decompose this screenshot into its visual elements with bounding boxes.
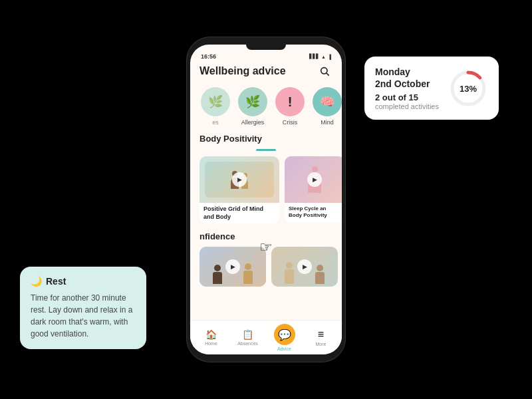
category-label-mind: Mind: [321, 119, 334, 126]
rest-body: Time for another 30 minute rest. Lay dow…: [31, 292, 136, 340]
card-thumb-sleep: ▶: [285, 156, 342, 203]
status-icons: ▋▋▋ ▲ ▐: [309, 54, 331, 59]
scroll-indicator: [256, 149, 276, 151]
nav-label-advice: Advice: [277, 346, 291, 351]
circle-progress: 13%: [448, 68, 488, 108]
card-info-meditation: Positive Grid of Mind and Body: [200, 203, 279, 223]
rest-title: Rest: [46, 276, 66, 287]
cards-row-1: ▶ Positive Grid of Mind and Body: [190, 154, 342, 226]
absences-icon: 📋: [242, 329, 253, 340]
category-label-allergies: Allergies: [241, 119, 265, 126]
scene: 16:56 ▋▋▋ ▲ ▐ Wellbeing advice: [0, 0, 532, 399]
progress-sub: completed activities: [375, 102, 439, 110]
rest-moon-icon: 🌙: [31, 276, 42, 287]
card-title-meditation: Positive Grid of Mind and Body: [203, 205, 275, 221]
category-label-es: es: [212, 119, 219, 126]
categories-row: 🌿 es 🌿 Allergies ! Crisis 🧠 Mind: [190, 84, 342, 131]
wifi-icon: ▲: [321, 55, 326, 59]
progress-date: 2nd October: [375, 78, 439, 90]
status-time: 16:56: [201, 53, 216, 60]
screen-content: 16:56 ▋▋▋ ▲ ▐ Wellbeing advice: [190, 45, 342, 354]
card-info-sleep: Sleep Cycle an Body Positivity: [285, 203, 342, 222]
advice-bubble-icon: 💬: [274, 324, 295, 345]
phone-screen: 16:56 ▋▋▋ ▲ ▐ Wellbeing advice: [190, 45, 342, 354]
rest-card-header: 🌙 Rest: [31, 276, 136, 287]
play-btn-meditation[interactable]: ▶: [232, 172, 247, 187]
bottom-nav: 🏠 Home 📋 Absences 💬 Advice ≡ More: [190, 320, 342, 354]
search-button[interactable]: [317, 63, 332, 79]
card-title-sleep: Sleep Cycle an Body Positivity: [289, 205, 340, 219]
category-item-es[interactable]: 🌿 es: [200, 87, 231, 126]
card-thumb-people: ▶: [200, 247, 266, 287]
nav-item-absences[interactable]: 📋 Absences: [229, 329, 266, 346]
video-card-sleep[interactable]: ▶ Sleep Cycle an Body Positivity: [285, 156, 342, 223]
svg-point-0: [321, 68, 327, 74]
home-icon: 🏠: [205, 329, 217, 340]
category-item-allergies[interactable]: 🌿 Allergies: [237, 87, 269, 126]
category-icon-crisis: !: [275, 87, 305, 116]
play-btn-sleep[interactable]: ▶: [307, 172, 322, 187]
battery-icon: ▐: [328, 55, 331, 59]
card-thumb-meditation: ▶: [200, 156, 279, 203]
category-icon-mind: 🧠: [313, 87, 342, 116]
circle-pct-label: 13%: [460, 83, 477, 93]
phone-frame: 16:56 ▋▋▋ ▲ ▐ Wellbeing advice: [186, 37, 346, 362]
section-body-positivity-title: Body Positivity: [190, 131, 342, 146]
phone-notch: [246, 45, 286, 50]
progress-text: Monday 2nd October 2 out of 15 completed…: [375, 66, 439, 110]
nav-label-more: More: [316, 342, 327, 346]
progress-card: Monday 2nd October 2 out of 15 completed…: [364, 57, 499, 120]
progress-count: 2 out of 15: [375, 92, 439, 102]
more-icon: ≡: [318, 329, 324, 340]
nav-item-home[interactable]: 🏠 Home: [193, 329, 229, 346]
category-item-mind[interactable]: 🧠 Mind: [311, 87, 342, 126]
category-icon-allergies: 🌿: [238, 87, 267, 116]
nav-item-more[interactable]: ≡ More: [303, 329, 339, 346]
category-label-crisis: Crisis: [283, 119, 298, 126]
category-icon-es: 🌿: [201, 87, 230, 116]
status-bar: 16:56 ▋▋▋ ▲ ▐: [190, 50, 342, 63]
video-card-people[interactable]: ▶: [200, 247, 266, 287]
progress-day: Monday: [375, 66, 439, 78]
video-card-meditation[interactable]: ▶ Positive Grid of Mind and Body: [200, 156, 279, 223]
app-title: Wellbeing advice: [200, 65, 286, 77]
hand-cursor-icon: ☞: [259, 239, 273, 256]
svg-line-1: [327, 73, 329, 76]
card-thumb-senior: ▶: [271, 247, 338, 287]
video-card-senior[interactable]: ▶: [271, 247, 338, 287]
nav-label-absences: Absences: [237, 341, 258, 346]
signal-icon: ▋▋▋: [309, 54, 319, 59]
nav-label-home: Home: [205, 341, 217, 346]
nav-item-advice[interactable]: 💬 Advice: [266, 324, 303, 351]
rest-card: 🌙 Rest Time for another 30 minute rest. …: [20, 267, 146, 349]
category-item-crisis[interactable]: ! Crisis: [274, 87, 306, 126]
